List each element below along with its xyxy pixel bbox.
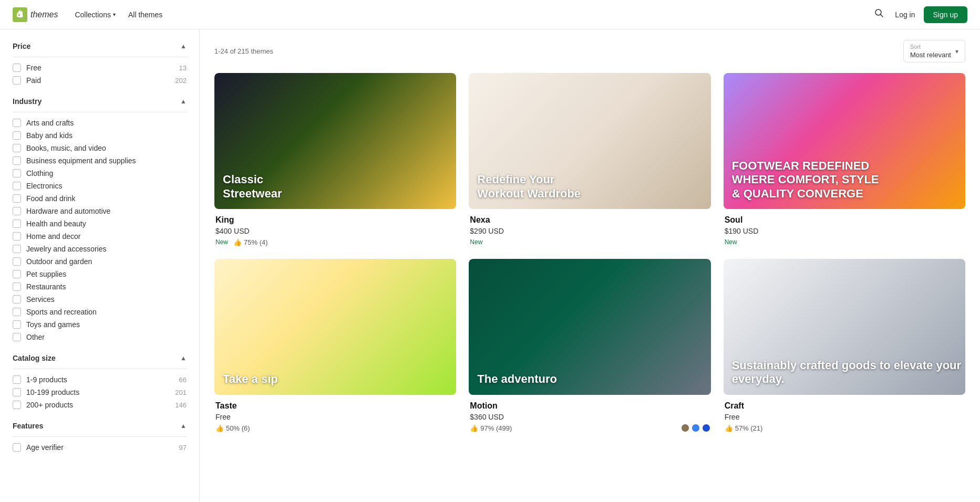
nav-all-themes[interactable]: All themes: [128, 11, 162, 19]
industry-checkbox-1[interactable]: [13, 131, 21, 140]
industry-label-1[interactable]: Baby and kids: [26, 131, 73, 140]
industry-checkbox-14[interactable]: [13, 295, 21, 304]
price-filter-section: Price ▲ Free 13 Paid 202: [13, 42, 187, 85]
results-header: 1-24 of 215 themes Sort Most relevant ▾: [214, 40, 965, 62]
signup-button[interactable]: Sign up: [924, 6, 967, 23]
filter-item-industry-6: Food and drink: [13, 194, 187, 203]
industry-checkbox-4[interactable]: [13, 169, 21, 177]
theme-card-taste[interactable]: Take a sip Taste Free 👍 50% (6): [214, 259, 456, 432]
200plus-label[interactable]: 200+ products: [26, 401, 73, 409]
theme-card-nexa[interactable]: Redefine YourWorkout Wardrobe Nexa $290 …: [469, 73, 710, 246]
logo-text: themes: [30, 10, 58, 19]
theme-card-craft[interactable]: Sustainably crafted goods to elevate you…: [724, 259, 965, 432]
industry-label-6[interactable]: Food and drink: [26, 194, 75, 203]
color-dot-2[interactable]: [703, 424, 710, 432]
industry-label-10[interactable]: Jewelry and accessories: [26, 245, 107, 253]
industry-label-16[interactable]: Toys and games: [26, 320, 80, 329]
filter-item-industry-15: Sports and recreation: [13, 308, 187, 316]
theme-thumbnail-king: ClassicStreetwear: [214, 73, 456, 209]
price-filter-title: Price: [13, 42, 30, 50]
industry-label-14[interactable]: Services: [26, 295, 55, 304]
industry-checkbox-10[interactable]: [13, 245, 21, 253]
theme-card-motion[interactable]: The adventuro Motion $360 USD 👍 97% (499…: [469, 259, 710, 432]
industry-checkbox-12[interactable]: [13, 270, 21, 278]
industry-checkbox-15[interactable]: [13, 308, 21, 316]
industry-checkbox-11[interactable]: [13, 257, 21, 266]
theme-grid: ClassicStreetwear King $400 USD New 👍 75…: [214, 73, 965, 432]
color-dot-1[interactable]: [692, 424, 699, 432]
theme-price: $400 USD: [215, 227, 455, 235]
industry-label-11[interactable]: Outdoor and garden: [26, 257, 92, 266]
filter-item-free: Free 13: [13, 64, 187, 72]
catalog-size-filter-section: Catalog size ▲ 1-9 products 66 10-199 pr…: [13, 354, 187, 409]
chevron-down-icon: ▾: [113, 12, 116, 17]
thumbs-up-icon: 👍: [725, 424, 733, 432]
industry-label-0[interactable]: Arts and crafts: [26, 119, 74, 127]
industry-label-5[interactable]: Electronics: [26, 182, 62, 190]
industry-label-17[interactable]: Other: [26, 333, 45, 341]
industry-checkbox-2[interactable]: [13, 144, 21, 152]
industry-checkbox-9[interactable]: [13, 232, 21, 240]
paid-checkbox[interactable]: [13, 76, 21, 85]
1-9-checkbox[interactable]: [13, 375, 21, 384]
industry-label-12[interactable]: Pet supplies: [26, 270, 66, 278]
industry-label-4[interactable]: Clothing: [26, 169, 53, 177]
sort-dropdown[interactable]: Sort Most relevant ▾: [903, 40, 965, 62]
free-label[interactable]: Free: [26, 64, 42, 72]
industry-label-8[interactable]: Health and beauty: [26, 219, 86, 228]
industry-checkbox-6[interactable]: [13, 194, 21, 203]
1-9-label[interactable]: 1-9 products: [26, 375, 67, 384]
login-button[interactable]: Log in: [895, 11, 915, 19]
industry-label-2[interactable]: Books, music, and video: [26, 144, 106, 152]
sort-value: Most relevant: [910, 51, 951, 59]
color-dot-0[interactable]: [682, 424, 689, 432]
free-checkbox[interactable]: [13, 64, 21, 72]
theme-rating: 👍 57% (21): [725, 424, 763, 432]
industry-checkbox-3[interactable]: [13, 156, 21, 165]
10-199-label[interactable]: 10-199 products: [26, 388, 79, 396]
theme-card-king[interactable]: ClassicStreetwear King $400 USD New 👍 75…: [214, 73, 456, 246]
industry-checkbox-13[interactable]: [13, 283, 21, 291]
theme-info: Nexa $290 USD New: [469, 209, 710, 246]
industry-checkbox-17[interactable]: [13, 333, 21, 341]
industry-checkbox-0[interactable]: [13, 119, 21, 127]
industry-label-15[interactable]: Sports and recreation: [26, 308, 97, 316]
filter-item-industry-1: Baby and kids: [13, 131, 187, 140]
filter-item-industry-13: Restaurants: [13, 283, 187, 291]
theme-meta: New: [725, 238, 964, 246]
theme-meta: New 👍 75% (4): [215, 238, 455, 246]
industry-items: Arts and crafts Baby and kids Books, mus…: [13, 119, 187, 341]
industry-label-13[interactable]: Restaurants: [26, 283, 66, 291]
industry-filter-title: Industry: [13, 97, 42, 106]
search-button[interactable]: [872, 6, 886, 23]
nav-collections[interactable]: Collections ▾: [75, 11, 115, 19]
features-filter-header[interactable]: Features ▲: [13, 422, 187, 437]
industry-checkbox-7[interactable]: [13, 207, 21, 215]
theme-thumbnail-wrap: Redefine YourWorkout Wardrobe: [469, 73, 710, 209]
industry-checkbox-5[interactable]: [13, 182, 21, 190]
catalog-size-filter-header[interactable]: Catalog size ▲: [13, 354, 187, 369]
10-199-checkbox[interactable]: [13, 388, 21, 396]
industry-checkbox-8[interactable]: [13, 219, 21, 228]
theme-name: Motion: [470, 401, 709, 411]
10-199-count: 201: [175, 389, 187, 396]
age-verifier-checkbox[interactable]: [13, 443, 21, 452]
industry-label-9[interactable]: Home and decor: [26, 232, 81, 240]
theme-card-soul[interactable]: FOOTWEAR REDEFINEDWHERE COMFORT, STYLE& …: [724, 73, 965, 246]
paid-label[interactable]: Paid: [26, 76, 41, 85]
theme-name: King: [215, 215, 455, 225]
price-filter-header[interactable]: Price ▲: [13, 42, 187, 57]
main-nav: Collections ▾ All themes: [75, 11, 872, 19]
svg-line-2: [881, 15, 883, 17]
theme-thumbnail-taste: Take a sip: [214, 259, 456, 395]
industry-filter-header[interactable]: Industry ▲: [13, 97, 187, 112]
results-count: 1-24 of 215 themes: [214, 47, 273, 55]
200plus-checkbox[interactable]: [13, 401, 21, 409]
theme-price: $290 USD: [470, 227, 709, 235]
catalog-size-filter-title: Catalog size: [13, 354, 56, 362]
age-verifier-label[interactable]: Age verifier: [26, 443, 64, 452]
industry-label-3[interactable]: Business equipment and supplies: [26, 156, 136, 165]
industry-label-7[interactable]: Hardware and automotive: [26, 207, 110, 215]
logo[interactable]: themes: [13, 7, 58, 22]
industry-checkbox-16[interactable]: [13, 320, 21, 329]
